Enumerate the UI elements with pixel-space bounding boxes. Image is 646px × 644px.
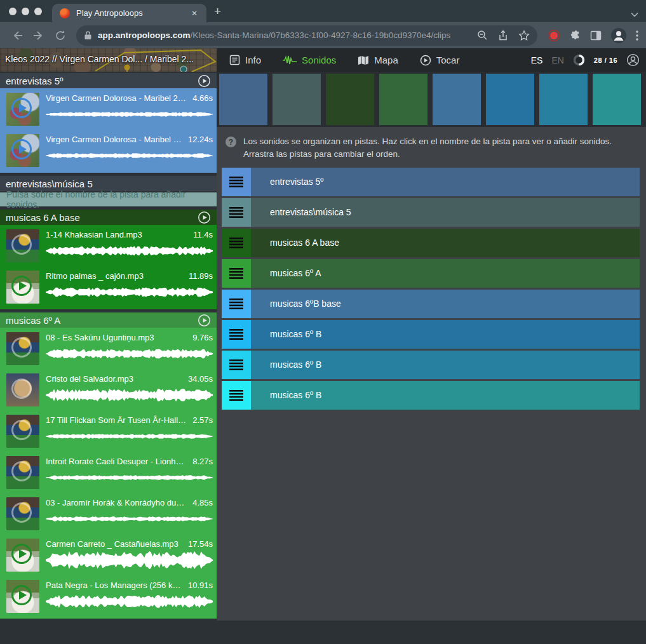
drag-handle-icon [229,359,243,370]
help-note: ? Los sonidos se organizan en pistas. Ha… [217,127,646,168]
track-name-button[interactable]: musicas 6º B [251,351,640,379]
drag-handle-icon [229,207,243,218]
track-name-button[interactable]: musicas 6º A [251,259,640,288]
clip-row[interactable]: 08 - Es Sakūru Uguntiņu.mp39.76s [0,329,217,368]
drag-handle-icon [229,177,243,187]
close-window-button[interactable] [9,8,17,15]
track-section-header[interactable]: musicas 6º A [0,312,217,328]
clip-thumbnail[interactable] [6,373,39,406]
clip-row[interactable]: Carmen Carreto _ Castañuelas.mp317.54s [0,535,217,575]
track-drag-handle[interactable] [222,351,251,379]
clip-thumbnail[interactable] [6,415,39,448]
clip-thumbnail[interactable] [6,93,39,126]
clip-row[interactable]: 1-14 Khakasian Land.mp311.4s [0,226,217,265]
clip-play-overlay-icon [11,502,32,523]
clip-waveform [46,551,213,570]
clip-row[interactable]: Introit Rorate Caeli Desuper - Lionheart… [0,453,217,492]
track-name-button[interactable]: musicas 6ºB base [251,290,640,318]
clip-row[interactable]: Cristo del Salvador.mp334.05s [0,370,217,410]
track-drag-handle[interactable] [222,320,251,349]
breadcrumb-map-image[interactable]: Kleos 2022 // Virgen Carmen Dol... / Mar… [0,48,217,72]
side-panel-icon[interactable] [590,30,602,41]
clip-duration: 12.24s [188,135,213,144]
share-icon[interactable] [498,30,508,41]
minimize-window-button[interactable] [22,8,29,15]
clip-title-row: 17 Till Flickan Som Är Tusen År-Halling … [46,415,213,425]
clip-row[interactable]: 03 - Jaromír Horák & Konrádyho dudácká .… [0,494,217,533]
record-extension-icon[interactable] [548,29,560,42]
track-row: musicas 6ºB base [222,290,640,318]
extensions-puzzle-icon[interactable] [569,29,581,41]
tab-search-chevron-icon[interactable] [631,12,638,17]
track-name-button[interactable]: musicas 6º B [251,381,640,410]
clip-row[interactable]: Ritmo palmas _ cajón.mp311.89s [0,267,217,307]
track-drag-handle[interactable] [222,381,251,410]
clip-thumbnail[interactable] [6,580,39,613]
nav-tab-label: Mapa [374,55,398,65]
breadcrumb[interactable]: Kleos 2022 // Virgen Carmen Dol... / Mar… [5,54,194,64]
clip-duration: 34.05s [188,374,213,384]
tab-close-icon[interactable]: ✕ [187,8,201,19]
nav-tab-sonidos[interactable]: Sonidos [283,55,336,65]
clip-play-overlay-icon [11,139,32,159]
nav-tab-mapa[interactable]: Mapa [358,55,398,65]
track-row: musicas 6º A [222,259,640,288]
track-name-button[interactable]: entrevistas 5º [251,168,640,196]
clip-row[interactable]: Pata Negra - Los Managers (256 kbps).mp3… [0,577,217,616]
play-triangle-icon [19,104,27,112]
track-color-swatch [593,74,641,125]
lang-en-button[interactable]: EN [551,55,563,65]
track-name-button[interactable]: musicas 6º B [251,320,640,349]
clip-name: Virgen Carmen Dolorosa - Maribel 2.mp3 [46,135,183,144]
lang-es-button[interactable]: ES [531,55,543,65]
clip-row[interactable]: Virgen Carmen Dolorosa - Maribel 2.mp34.… [0,90,217,129]
section-play-button[interactable] [198,74,211,88]
track-drag-handle[interactable] [222,229,251,257]
clip-play-overlay-icon [11,98,32,118]
clip-name: Introit Rorate Caeli Desuper - Lionheart… [46,457,187,466]
clip-thumbnail[interactable] [6,332,39,365]
reload-button[interactable] [51,26,70,45]
maximize-window-button[interactable] [34,8,42,15]
track-section-header[interactable]: musicas 6 A base [0,210,217,225]
track-drag-handle[interactable] [222,198,251,227]
track-section-header[interactable]: entrevistas 5º [0,73,217,88]
account-icon[interactable] [626,53,640,67]
track-name-button[interactable]: musicas 6 A base [251,229,640,257]
clip-row[interactable]: Virgen Carmen Dolorosa - Maribel 2.mp312… [0,131,217,170]
bookmark-star-icon[interactable] [518,30,530,41]
nav-tab-info[interactable]: Info [229,55,261,65]
clip-name: 17 Till Flickan Som Är Tusen År-Halling … [46,415,187,425]
clip-thumbnail[interactable] [6,134,39,167]
clip-waveform [46,386,213,405]
new-tab-button[interactable]: + [206,4,230,22]
track-list: entrevistas 5ºentrevistas\música 5musica… [217,168,646,412]
clip-thumbnail[interactable] [6,271,39,304]
track-color-swatch [539,74,588,125]
profile-avatar[interactable] [610,27,627,44]
browser-tab[interactable]: Play Antropoloops ✕ [52,4,206,22]
clip-thumbnail[interactable] [6,456,39,489]
track-row: musicas 6º B [222,351,640,379]
clip-row[interactable]: 17 Till Flickan Som Är Tusen År-Halling … [0,412,217,451]
clip-thumbnail[interactable] [6,539,39,572]
track-drag-handle[interactable] [222,168,251,196]
track-name: musicas 6º A [270,268,321,278]
url-domain: app.antropoloops.com [98,30,191,40]
clip-thumbnail[interactable] [6,497,39,530]
section-play-button[interactable] [198,211,211,224]
nav-tab-tocar[interactable]: Tocar [420,55,460,66]
track-name-button[interactable]: entrevistas\música 5 [251,198,640,227]
forward-button[interactable] [29,26,48,45]
track-drag-handle[interactable] [222,259,251,288]
section-play-button[interactable] [198,314,211,327]
address-bar[interactable]: app.antropoloops.com/Kleos-Santa-Marina/… [76,25,537,46]
track-drag-handle[interactable] [222,290,251,318]
menu-kebab-icon[interactable] [636,30,638,41]
play-triangle-icon [19,591,27,600]
section-clips: Virgen Carmen Dolorosa - Maribel 2.mp34.… [0,88,217,173]
clip-thumbnail[interactable] [6,229,39,262]
clip-play-overlay-icon [11,420,32,440]
zoom-out-icon[interactable] [477,30,488,41]
back-button[interactable] [8,26,27,45]
